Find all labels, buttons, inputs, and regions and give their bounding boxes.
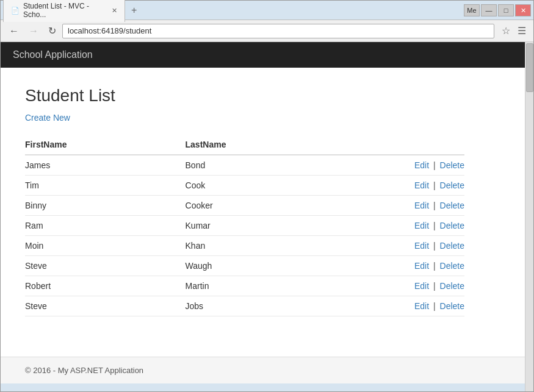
cell-actions: Edit | Delete bbox=[342, 176, 464, 196]
edit-link[interactable]: Edit bbox=[414, 301, 429, 311]
browser-window: 📄 Student List - MVC - Scho... ✕ + Me — … bbox=[0, 0, 534, 392]
edit-link[interactable]: Edit bbox=[414, 201, 429, 210]
cell-actions: Edit | Delete bbox=[342, 296, 464, 316]
window-controls: Me — □ ✕ bbox=[464, 4, 531, 16]
cell-lastname: Cooker bbox=[186, 196, 342, 216]
edit-link[interactable]: Edit bbox=[414, 160, 429, 170]
close-button[interactable]: ✕ bbox=[515, 4, 531, 16]
action-separator: | bbox=[431, 201, 438, 210]
address-bar[interactable] bbox=[62, 24, 494, 38]
cell-firstname: Binny bbox=[25, 196, 186, 216]
col-actions bbox=[342, 135, 464, 155]
table-header-row: FirstName LastName bbox=[25, 135, 464, 155]
action-separator: | bbox=[431, 221, 438, 230]
tab-close-button[interactable]: ✕ bbox=[112, 7, 117, 15]
tab-icon: 📄 bbox=[11, 7, 20, 15]
delete-link[interactable]: Delete bbox=[440, 160, 464, 170]
action-separator: | bbox=[431, 180, 438, 190]
edit-link[interactable]: Edit bbox=[414, 221, 429, 230]
student-table: FirstName LastName JamesBondEdit | Delet… bbox=[25, 135, 464, 316]
cell-firstname: Steve bbox=[25, 296, 186, 316]
cell-lastname: Kumar bbox=[186, 216, 342, 236]
cell-actions: Edit | Delete bbox=[342, 196, 464, 216]
app-header: School Application bbox=[1, 42, 533, 68]
cell-firstname: Ram bbox=[25, 216, 186, 236]
table-row: RamKumarEdit | Delete bbox=[25, 216, 464, 236]
cell-lastname: Cook bbox=[186, 176, 342, 196]
scrollbar[interactable] bbox=[525, 42, 533, 391]
cell-actions: Edit | Delete bbox=[342, 216, 464, 236]
cell-firstname: Steve bbox=[25, 256, 186, 276]
footer-text: © 2016 - My ASP.NET Application bbox=[25, 366, 143, 375]
table-row: MoinKhanEdit | Delete bbox=[25, 236, 464, 256]
menu-icon[interactable]: ☰ bbox=[515, 24, 529, 38]
col-firstname: FirstName bbox=[25, 135, 186, 155]
page-title: Student List bbox=[25, 86, 509, 105]
table-row: JamesBondEdit | Delete bbox=[25, 155, 464, 176]
browser-tab[interactable]: 📄 Student List - MVC - Scho... ✕ bbox=[3, 0, 125, 22]
page-content: Student List Create New FirstName LastNa… bbox=[1, 68, 533, 357]
forward-button[interactable]: → bbox=[25, 24, 42, 38]
delete-link[interactable]: Delete bbox=[440, 281, 464, 291]
delete-link[interactable]: Delete bbox=[440, 201, 464, 210]
col-lastname: LastName bbox=[186, 135, 342, 155]
minimize-button[interactable]: — bbox=[481, 4, 497, 16]
maximize-button[interactable]: □ bbox=[498, 4, 514, 16]
delete-link[interactable]: Delete bbox=[440, 180, 464, 190]
action-separator: | bbox=[431, 281, 438, 291]
create-new-link[interactable]: Create New bbox=[25, 113, 70, 123]
cell-actions: Edit | Delete bbox=[342, 256, 464, 276]
bookmark-icon[interactable]: ☆ bbox=[499, 24, 513, 38]
cell-lastname: Jobs bbox=[186, 296, 342, 316]
cell-actions: Edit | Delete bbox=[342, 155, 464, 176]
cell-lastname: Waugh bbox=[186, 256, 342, 276]
back-button[interactable]: ← bbox=[5, 24, 23, 38]
table-row: TimCookEdit | Delete bbox=[25, 176, 464, 196]
nav-bar: ← → ↻ ☆ ☰ bbox=[1, 20, 533, 42]
table-row: SteveJobsEdit | Delete bbox=[25, 296, 464, 316]
table-row: SteveWaughEdit | Delete bbox=[25, 256, 464, 276]
cell-firstname: James bbox=[25, 155, 186, 176]
cell-lastname: Bond bbox=[186, 155, 342, 176]
action-separator: | bbox=[431, 241, 438, 251]
action-separator: | bbox=[431, 301, 438, 311]
cell-actions: Edit | Delete bbox=[342, 236, 464, 256]
page-footer: © 2016 - My ASP.NET Application bbox=[1, 357, 533, 383]
cell-firstname: Tim bbox=[25, 176, 186, 196]
cell-lastname: Khan bbox=[186, 236, 342, 256]
table-row: BinnyCookerEdit | Delete bbox=[25, 196, 464, 216]
tab-title: Student List - MVC - Scho... bbox=[23, 2, 106, 19]
delete-link[interactable]: Delete bbox=[440, 241, 464, 251]
cell-actions: Edit | Delete bbox=[342, 276, 464, 296]
page-wrapper: School Application Student List Create N… bbox=[1, 42, 533, 383]
edit-link[interactable]: Edit bbox=[414, 180, 429, 190]
edit-link[interactable]: Edit bbox=[414, 241, 429, 251]
scrollbar-thumb[interactable] bbox=[526, 43, 533, 92]
title-bar: 📄 Student List - MVC - Scho... ✕ + Me — … bbox=[1, 1, 533, 20]
user-label: Me bbox=[464, 4, 480, 16]
cell-firstname: Robert bbox=[25, 276, 186, 296]
reload-button[interactable]: ↻ bbox=[45, 24, 60, 38]
cell-lastname: Martin bbox=[186, 276, 342, 296]
delete-link[interactable]: Delete bbox=[440, 221, 464, 230]
cell-firstname: Moin bbox=[25, 236, 186, 256]
action-separator: | bbox=[431, 160, 438, 170]
table-row: RobertMartinEdit | Delete bbox=[25, 276, 464, 296]
delete-link[interactable]: Delete bbox=[440, 301, 464, 311]
edit-link[interactable]: Edit bbox=[414, 281, 429, 291]
app-header-title: School Application bbox=[13, 49, 93, 60]
new-tab-button[interactable]: + bbox=[125, 2, 143, 19]
edit-link[interactable]: Edit bbox=[414, 261, 429, 271]
nav-icons: ☆ ☰ bbox=[499, 24, 529, 38]
delete-link[interactable]: Delete bbox=[440, 261, 464, 271]
action-separator: | bbox=[431, 261, 438, 271]
